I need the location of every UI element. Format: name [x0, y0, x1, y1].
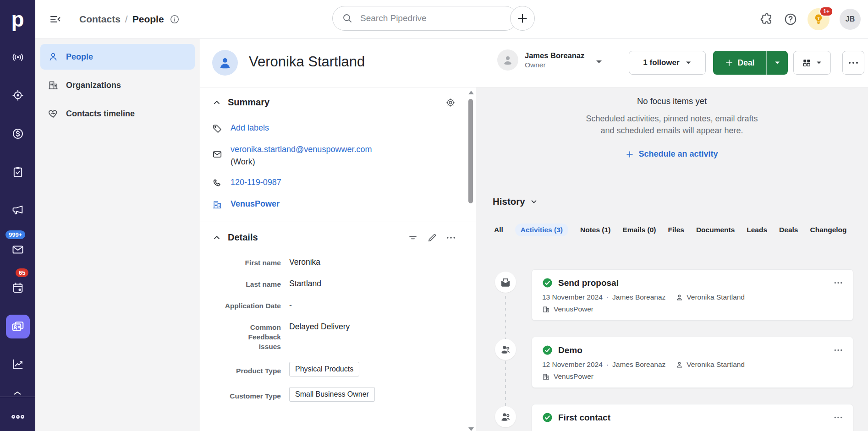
activity-title[interactable]: Demo	[558, 345, 828, 355]
view-switcher-button[interactable]	[793, 51, 831, 75]
activities-clipboard-icon[interactable]	[0, 161, 35, 183]
organization-link[interactable]: VenusPower	[231, 199, 280, 209]
collapse-summary-icon[interactable]	[212, 98, 221, 107]
followers-button[interactable]: 1 follower	[629, 51, 706, 75]
calendar-nav-icon[interactable]	[0, 277, 35, 299]
scrollbar-thumb[interactable]	[468, 99, 473, 203]
global-search[interactable]	[332, 6, 517, 31]
field-value: -	[289, 300, 292, 311]
tab-deals[interactable]: Deals	[779, 224, 798, 236]
add-deal-button[interactable]: Deal	[713, 51, 766, 75]
field-value: Delayed Delivery	[289, 321, 350, 332]
done-check-icon[interactable]	[542, 345, 553, 355]
field-row-first-name[interactable]: First name Veronika	[212, 256, 450, 267]
focus-empty-text-line1: Scheduled activities, pinned notes, emai…	[476, 113, 868, 125]
field-row-application-date[interactable]: Application Date -	[212, 300, 450, 311]
products-dollar-icon[interactable]	[0, 123, 35, 145]
field-row-customer-type[interactable]: Customer Type Small Business Owner	[212, 387, 450, 402]
activity-more-icon[interactable]	[834, 349, 843, 351]
scroll-down-arrow[interactable]	[468, 427, 474, 431]
sidebar-item-label: Contacts timeline	[66, 109, 135, 119]
more-apps-dots-icon[interactable]	[0, 406, 35, 428]
schedule-activity-link[interactable]: Schedule an activity	[626, 149, 718, 159]
collapse-details-icon[interactable]	[212, 233, 221, 242]
phone-row: 120-119-0987	[212, 178, 450, 188]
left-column-scrollbar[interactable]	[468, 89, 473, 431]
search-input[interactable]	[359, 13, 508, 24]
campaigns-megaphone-icon[interactable]	[0, 199, 35, 221]
activity-date: 13 November 2024	[542, 293, 603, 301]
sidebar-item-people[interactable]: People	[40, 44, 195, 70]
activity-more-icon[interactable]	[834, 416, 843, 419]
phone-link[interactable]: 120-119-0987	[231, 178, 281, 187]
mail-unread-badge: 999+	[5, 230, 25, 239]
tab-leads[interactable]: Leads	[747, 224, 767, 236]
done-check-icon[interactable]	[542, 412, 553, 423]
activity-more-icon[interactable]	[834, 282, 843, 284]
scroll-up-arrow[interactable]	[468, 91, 474, 94]
plus-icon	[626, 150, 634, 158]
details-more-icon[interactable]	[446, 233, 456, 243]
owner-caret-icon[interactable]	[595, 59, 603, 65]
deals-target-icon[interactable]	[0, 84, 35, 106]
contacts-sidebar: People Organizations Contacts timeline	[35, 38, 200, 431]
tab-activities[interactable]: Activities (3)	[515, 224, 568, 236]
field-row-last-name[interactable]: Last name Startland	[212, 278, 450, 289]
history-header[interactable]: History	[493, 196, 538, 207]
activity-card-demo[interactable]: Demo 12 November 2024 · James Boreanaz V…	[532, 337, 853, 388]
collapse-sidebar-icon[interactable]	[49, 13, 62, 26]
field-row-common-feedback-issues[interactable]: Common Feedback Issues Delayed Delivery	[212, 321, 450, 351]
owner-block[interactable]: James Boreanaz Owner	[497, 49, 584, 71]
tab-files[interactable]: Files	[668, 224, 684, 236]
leads-inbox-icon[interactable]	[0, 46, 35, 68]
add-deal-split-button: Deal	[713, 51, 788, 75]
activity-card-send-proposal[interactable]: Send proposal 13 November 2024 · James B…	[532, 269, 853, 321]
filter-icon[interactable]	[408, 233, 418, 243]
breadcrumb-contacts[interactable]: Contacts	[79, 14, 121, 25]
activity-card-first-contact[interactable]: First contact	[532, 404, 853, 431]
mail-nav-icon[interactable]	[0, 239, 35, 261]
activity-person-link[interactable]: Veronika Startland	[687, 293, 745, 301]
person-avatar[interactable]	[212, 50, 238, 76]
info-icon[interactable]	[170, 14, 180, 24]
sidebar-item-contacts-timeline[interactable]: Contacts timeline	[40, 101, 195, 126]
tab-emails[interactable]: Emails (0)	[622, 224, 656, 236]
summary-title: Summary	[228, 97, 269, 108]
activity-type-meeting-icon	[495, 339, 516, 360]
activity-title[interactable]: First contact	[558, 413, 828, 423]
activity-owner: James Boreanaz	[612, 293, 665, 301]
focus-empty-title: No focus items yet	[476, 96, 868, 106]
activity-org-link[interactable]: VenusPower	[554, 305, 593, 313]
person-header: Veronika Startland James Boreanaz Owner …	[200, 38, 868, 87]
tab-all[interactable]: All	[494, 224, 503, 236]
contacts-nav-icon-selected[interactable]	[6, 315, 30, 338]
add-labels-link[interactable]: Add labels	[231, 123, 269, 133]
summary-settings-gear-icon[interactable]	[445, 98, 456, 108]
user-avatar[interactable]: JB	[840, 9, 861, 30]
quick-add-button[interactable]	[510, 6, 535, 31]
person-detail-column: Summary Add labels	[200, 87, 476, 431]
edit-pencil-icon[interactable]	[427, 233, 437, 243]
organization-icon	[542, 373, 550, 381]
ellipsis-icon	[848, 61, 858, 64]
email-icon	[212, 149, 222, 159]
field-row-product-type[interactable]: Product Type Physical Products	[212, 362, 450, 376]
email-link[interactable]: veronika.startland@venuspowwer.com	[231, 145, 372, 154]
done-check-icon[interactable]	[542, 278, 553, 288]
add-deal-caret-button[interactable]	[766, 51, 788, 75]
activity-org-link[interactable]: VenusPower	[554, 372, 593, 381]
marketplace-puzzle-icon[interactable]	[760, 12, 774, 26]
history-filter-tabs: All Activities (3) Notes (1) Emails (0) …	[494, 224, 852, 236]
header-more-button[interactable]	[842, 51, 864, 75]
field-label: Common Feedback Issues	[227, 321, 281, 351]
insights-chart-icon[interactable]	[0, 353, 35, 375]
help-icon[interactable]	[784, 12, 797, 26]
tab-changelog[interactable]: Changelog	[810, 224, 846, 236]
whats-new-lightbulb-icon[interactable]: 1+	[808, 8, 830, 30]
activity-person-link[interactable]: Veronika Startland	[687, 360, 745, 369]
activity-title[interactable]: Send proposal	[558, 278, 828, 288]
sidebar-item-organizations[interactable]: Organizations	[40, 72, 195, 98]
tab-notes[interactable]: Notes (1)	[580, 224, 610, 236]
whats-new-badge: 1+	[819, 6, 833, 16]
tab-documents[interactable]: Documents	[696, 224, 735, 236]
